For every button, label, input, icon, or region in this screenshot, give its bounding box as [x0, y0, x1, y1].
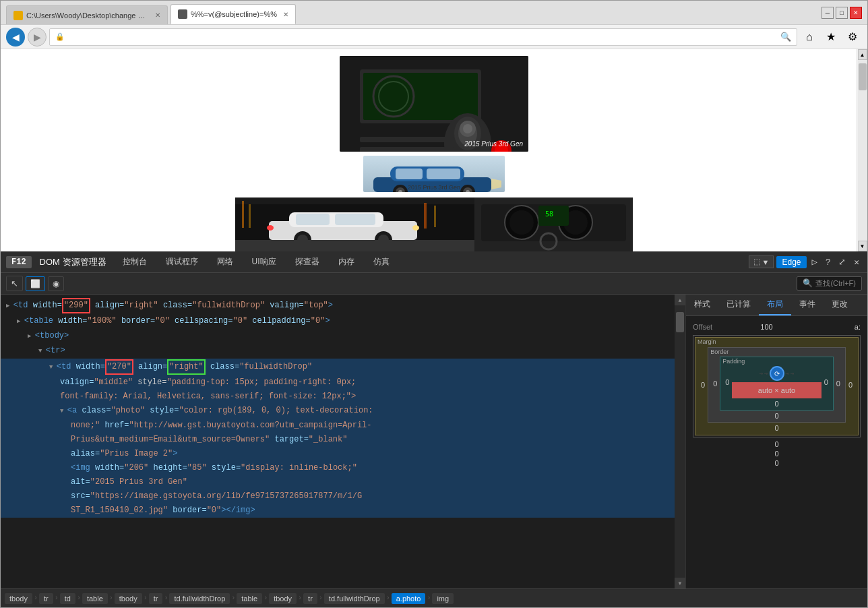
crumb-1[interactable]: tr — [39, 593, 53, 604]
dom-line-1[interactable]: ▶ <td width="290" align="right" class="f… — [1, 297, 685, 314]
devtab-memory[interactable]: 内存 — [330, 253, 363, 270]
find-label: 查找(Ctrl+F) — [815, 278, 856, 288]
tab-events[interactable]: 事件 — [791, 295, 824, 315]
devtab-profiler[interactable]: 探查器 — [287, 253, 328, 270]
address-icon: 🔒 — [55, 32, 65, 41]
help-icon[interactable]: ? — [823, 257, 833, 267]
circle-button[interactable]: ⟳ — [770, 366, 784, 381]
scroll-thumb[interactable] — [859, 63, 867, 90]
car-strip: 58 — [235, 197, 633, 251]
svg-rect-50 — [538, 206, 569, 226]
close-button[interactable]: ✕ — [850, 7, 862, 19]
settings-button[interactable]: ⚙ — [843, 28, 862, 47]
address-bar[interactable]: 🔒 🔍 — [49, 28, 797, 46]
svg-rect-30 — [424, 203, 427, 229]
scroll-down-arrow[interactable]: ▼ — [858, 241, 867, 251]
tab2-icon — [178, 9, 187, 19]
devtools-main-title: DOM 资源管理器 — [34, 256, 112, 268]
dom-scroll-up[interactable]: ▲ — [675, 295, 685, 305]
minimize-button[interactable]: ─ — [822, 7, 834, 19]
tab-style[interactable]: 样式 — [686, 295, 718, 315]
tab1-close[interactable]: ✕ — [155, 11, 160, 19]
svg-rect-28 — [242, 201, 244, 228]
dom-line-9[interactable]: none;" href="http://www.gst.buyatoyota.c… — [1, 419, 685, 433]
styles-panel: 样式 已计算 布局 事件 更改 Offset 100 a: — [685, 295, 867, 588]
dom-scroll-thumb[interactable] — [676, 312, 684, 332]
devtab-network[interactable]: 网络 — [209, 253, 241, 270]
tab-changes[interactable]: 更改 — [824, 295, 856, 315]
forward-button[interactable]: ▶ — [28, 28, 46, 47]
tab-layout[interactable]: 布局 — [759, 295, 791, 315]
scroll-track[interactable] — [858, 60, 867, 241]
crumb-5[interactable]: tr — [149, 593, 163, 604]
svg-text:58: 58 — [545, 210, 553, 218]
svg-point-40 — [412, 225, 419, 231]
dom-line-11[interactable]: alias="Prius Image 2"> — [1, 447, 685, 461]
crumb-3[interactable]: table — [82, 593, 108, 604]
dom-line-15[interactable]: ST_R1_150410_02.jpg" border="0"></img> — [1, 504, 685, 518]
crumb-11[interactable]: a.photo — [392, 593, 426, 604]
crumb-6[interactable]: td.fullwidthDrop — [169, 593, 230, 604]
crumb-0[interactable]: tbody — [5, 593, 32, 604]
page-content: ▲ ▼ — [1, 49, 867, 251]
dom-line-5[interactable]: ▼ <td width="270" align="right" class="f… — [1, 359, 685, 375]
tab-1[interactable]: C:\Users\Woody\Desktop\change on 4-13.h … — [6, 5, 168, 24]
devtools-toolbar2: ↖ ⬜ ◉ 🔍 查找(Ctrl+F) — [1, 273, 867, 295]
svg-rect-12 — [360, 137, 454, 142]
dom-scroll-track[interactable] — [675, 305, 685, 578]
edge-label: Edge — [776, 256, 806, 268]
svg-rect-34 — [296, 214, 330, 225]
cursor-tool[interactable]: ↖ — [6, 276, 23, 291]
crumb-10[interactable]: td.fullwidthDrop — [324, 593, 385, 604]
find-box[interactable]: 🔍 查找(Ctrl+F) — [797, 276, 862, 291]
car-strip-right: 58 — [474, 197, 633, 251]
car-small-label: 2015 Prius 3rd Gen — [408, 184, 460, 191]
box-model-visual: Margin 0 Border 0 — [693, 335, 861, 437]
dom-line-2[interactable]: ▶ <table width="100%" border="0" cellspa… — [1, 314, 685, 329]
breadcrumb-bar: tbody › tr › td › table › tbody › tr › t… — [1, 588, 867, 607]
crumb-4[interactable]: tbody — [115, 593, 142, 604]
dom-line-3[interactable]: ▶ <tbody> — [1, 329, 685, 344]
expand-icon[interactable]: ▷ — [809, 256, 820, 268]
tab2-close[interactable]: ✕ — [283, 11, 288, 18]
offset-label: Offset — [693, 323, 712, 331]
panel-layout-btn[interactable]: ⬚▼ — [749, 255, 774, 268]
crumb-7[interactable]: table — [237, 593, 262, 604]
maximize-button[interactable]: □ — [836, 7, 848, 19]
search-icon[interactable]: 🔍 — [780, 32, 791, 42]
dom-line-4[interactable]: ▼ <tr> — [1, 344, 685, 359]
crumb-12[interactable]: img — [432, 593, 454, 604]
scroll-up-arrow[interactable]: ▲ — [858, 49, 867, 60]
dom-line-6[interactable]: valign="middle" style="padding-top: 15px… — [1, 375, 685, 390]
devtab-debugger[interactable]: 调试程序 — [158, 253, 206, 270]
devtab-emulation[interactable]: 仿真 — [365, 253, 398, 270]
dom-line-14[interactable]: src="https://image.gstoyota.org/lib/fe97… — [1, 489, 685, 504]
dom-scroll-down[interactable]: ▼ — [675, 578, 685, 588]
tab2-label: %%=v(@subjectline)=%% — [191, 10, 277, 18]
home-button[interactable]: ⌂ — [800, 28, 819, 47]
dom-line-13[interactable]: alt="2015 Prius 3rd Gen" — [1, 475, 685, 489]
devtools-panel: F12 DOM 资源管理器 控制台 调试程序 网络 UI响应 探查器 内存 仿真… — [1, 251, 867, 607]
chain-icon-left2: ⊸ — [764, 370, 768, 377]
offset-a-label: a: — [855, 323, 861, 331]
crumb-8[interactable]: tbody — [269, 593, 297, 604]
devtab-ui[interactable]: UI响应 — [244, 253, 284, 270]
dom-line-12[interactable]: <img width="206" height="85" style="disp… — [1, 461, 685, 475]
dom-line-7[interactable]: font-family: Arial, Helvetica, sans-seri… — [1, 390, 685, 404]
tab-2[interactable]: %%=v(@subjectline)=%% ✕ — [170, 4, 296, 24]
car-dashboard-image: 2015 Prius 3rd Gen — [340, 56, 528, 152]
dom-line-8[interactable]: ▼ <a class="photo" style="color: rgb(189… — [1, 404, 685, 419]
box-tool[interactable]: ⬜ — [26, 276, 45, 291]
pointer-tool[interactable]: ◉ — [48, 276, 64, 291]
scrollbar[interactable]: ▲ ▼ — [857, 49, 867, 251]
back-button[interactable]: ◀ — [6, 28, 25, 47]
close-devtools-icon[interactable]: ✕ — [851, 257, 862, 268]
right-panel-tabs: 样式 已计算 布局 事件 更改 — [686, 295, 867, 316]
devtab-console[interactable]: 控制台 — [115, 253, 155, 270]
dom-line-10[interactable]: Prius&utm_medium=Email&utm_source=Owners… — [1, 433, 685, 447]
favorites-button[interactable]: ★ — [822, 28, 840, 47]
tab-computed[interactable]: 已计算 — [718, 295, 759, 315]
crumb-2[interactable]: td — [60, 593, 75, 604]
detach-icon[interactable]: ⤢ — [836, 257, 848, 268]
crumb-9[interactable]: tr — [303, 593, 317, 604]
